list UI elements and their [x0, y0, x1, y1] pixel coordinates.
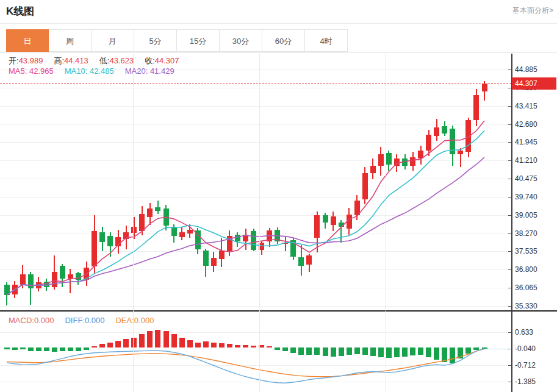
tab-15分[interactable]: 15分 [177, 29, 220, 52]
current-price-line [0, 84, 511, 84]
tab-5分[interactable]: 5分 [134, 29, 177, 52]
ma-item: MA20: 41.429 [125, 66, 174, 76]
macd-value: 0.000 [34, 316, 54, 325]
macd-value: 0.000 [134, 316, 154, 325]
macd-lines [0, 314, 557, 392]
ma5-line [7, 121, 484, 295]
ma-label: MA10: [65, 66, 90, 76]
ohlc-item: 收:44.307 [145, 55, 179, 66]
tab-日[interactable]: 日 [6, 29, 49, 52]
macd-panel: 0.633-0.040-0.712-1.385MACD:0.000DIFF:0.… [0, 314, 557, 392]
candlestick-chart: 44.88544.15043.41542.68041.94541.21040.4… [0, 54, 557, 311]
macd-current-level-line [484, 349, 511, 349]
vertical-gridline [259, 54, 260, 392]
ma-label: MA5: [9, 66, 29, 76]
ma-legend: MA5: 42.965MA10: 42.485MA20: 41.429 [9, 66, 174, 76]
ma-item: MA10: 42.485 [65, 66, 114, 76]
diff-line [7, 349, 484, 383]
macd-label: MACD: [9, 316, 34, 325]
header: K线图 基本面分析> [0, 0, 557, 24]
ohlc-item: 开:43.989 [9, 55, 43, 66]
macd-label: DIFF: [65, 316, 85, 325]
fundamental-analysis-link[interactable]: 基本面分析> [512, 5, 553, 16]
ohlc-label: 高: [54, 56, 64, 65]
ohlc-label: 开: [9, 56, 19, 65]
interval-tabs: 日周月5分15分30分60分4时 [6, 29, 348, 52]
ma-value: 42.485 [90, 66, 114, 76]
panel-divider [0, 310, 557, 312]
ohlc-value: 43.989 [19, 56, 43, 65]
ohlc-label: 收: [145, 56, 155, 65]
current-price-tag: 44.307 [512, 77, 556, 90]
macd-item: MACD:0.000 [9, 316, 54, 325]
dea-line [7, 349, 484, 376]
ohlc-value: 43.623 [109, 56, 134, 65]
tab-周[interactable]: 周 [49, 29, 92, 52]
ma10-line [7, 130, 484, 294]
ma-lines [0, 54, 557, 311]
tab-60分[interactable]: 60分 [262, 29, 305, 52]
ohlc-item: 高:44.413 [54, 55, 88, 66]
tab-4时[interactable]: 4时 [305, 29, 348, 52]
macd-label: DEA: [115, 316, 134, 325]
ma-label: MA20: [125, 66, 150, 76]
macd-legend: MACD:0.000DIFF:0.000DEA:0.000 [9, 316, 154, 325]
macd-value: 0.000 [85, 316, 105, 325]
ma-value: 42.965 [29, 66, 54, 76]
price-axis-line [511, 54, 512, 392]
ohlc-value: 44.307 [155, 56, 179, 65]
macd-item: DIFF:0.000 [65, 316, 104, 325]
tab-月[interactable]: 月 [92, 29, 134, 52]
interval-tabbar: 日周月5分15分30分60分4时 [0, 29, 557, 53]
page-title: K线图 [6, 4, 34, 18]
ohlc-item: 低:43.623 [99, 55, 134, 66]
tab-30分[interactable]: 30分 [220, 29, 262, 52]
vertical-gridline [133, 54, 134, 392]
vertical-gridline [386, 54, 386, 392]
ma-item: MA5: 42.965 [9, 66, 54, 76]
ohlc-legend: 开:43.989高:44.413低:43.623收:44.307 [9, 55, 179, 66]
ohlc-value: 44.413 [64, 56, 88, 65]
ma-value: 41.429 [150, 66, 174, 76]
macd-item: DEA:0.000 [115, 316, 154, 325]
ohlc-label: 低: [99, 56, 110, 65]
